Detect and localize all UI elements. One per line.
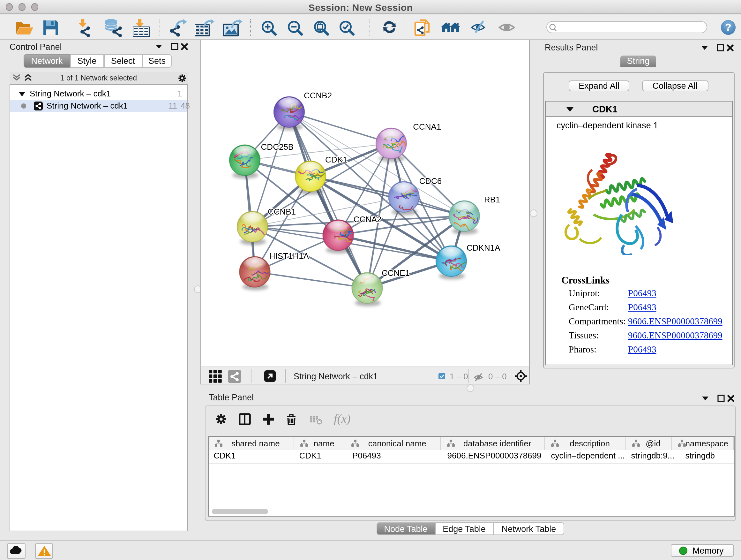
svg-text:CDC25B: CDC25B: [261, 142, 294, 152]
svg-text:CCNB1: CCNB1: [268, 207, 296, 216]
svg-text:CCNA1: CCNA1: [413, 122, 441, 132]
svg-text:CDKN1A: CDKN1A: [467, 243, 500, 253]
svg-text:RB1: RB1: [484, 195, 500, 204]
svg-text:CCNA2: CCNA2: [353, 214, 381, 224]
svg-text:CCNB2: CCNB2: [304, 91, 332, 100]
svg-text:CDC6: CDC6: [419, 176, 442, 186]
svg-text:CDK1: CDK1: [325, 155, 347, 165]
svg-text:CCNE1: CCNE1: [382, 268, 410, 278]
svg-text:?: ?: [725, 21, 731, 33]
svg-text:HIST1H1A: HIST1H1A: [269, 251, 309, 261]
